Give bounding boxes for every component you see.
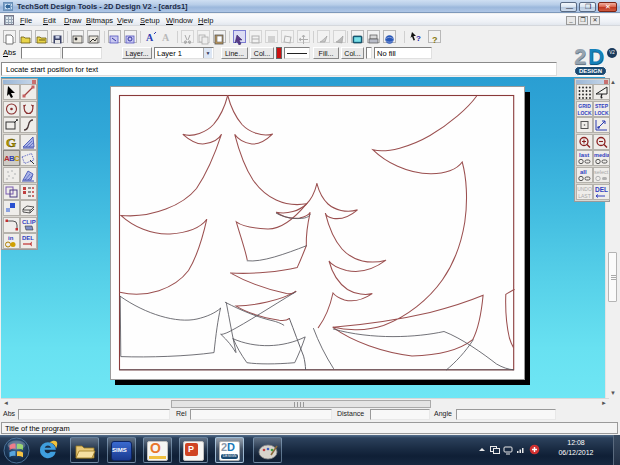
svg-text:A: A [162,32,170,43]
svg-text:C: C [14,154,19,163]
svg-text:?: ? [416,34,421,43]
svg-text:CLIP: CLIP [22,219,36,225]
svg-text:A: A [146,32,154,43]
svg-text:DEL: DEL [595,186,608,193]
svg-text:select: select [594,169,609,175]
svg-text:G: G [6,135,16,149]
svg-text:last: last [579,152,589,158]
svg-text:in: in [8,235,14,241]
svg-text:media: media [594,152,609,158]
svg-text:?: ? [432,35,438,45]
svg-text:DEL: DEL [22,235,34,241]
svg-text:all: all [580,169,587,175]
